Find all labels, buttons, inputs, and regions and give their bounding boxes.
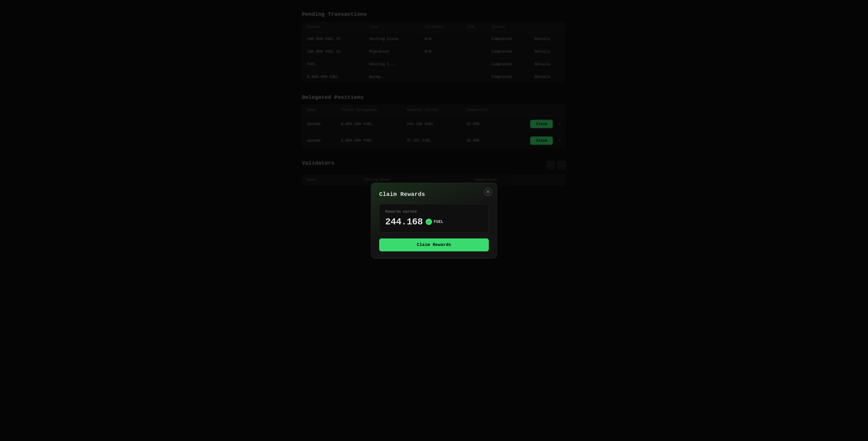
rewards-box: Rewards earned 244.168 ✓ FUEL xyxy=(379,204,489,233)
modal-overlay: Claim Rewards × Rewards earned 244.168 ✓… xyxy=(0,0,868,441)
fuel-symbol: FUEL xyxy=(434,219,443,224)
claim-rewards-button[interactable]: Claim Rewards xyxy=(379,238,489,252)
rewards-amount-row: 244.168 ✓ FUEL xyxy=(385,216,483,227)
modal-title: Claim Rewards xyxy=(379,191,489,198)
rewards-amount: 244.168 xyxy=(385,216,423,227)
modal-close-button[interactable]: × xyxy=(484,187,492,196)
fuel-badge: ✓ FUEL xyxy=(426,218,443,225)
rewards-label: Rewards earned xyxy=(385,209,483,214)
fuel-icon: ✓ xyxy=(426,218,432,225)
claim-rewards-modal: Claim Rewards × Rewards earned 244.168 ✓… xyxy=(371,183,497,259)
